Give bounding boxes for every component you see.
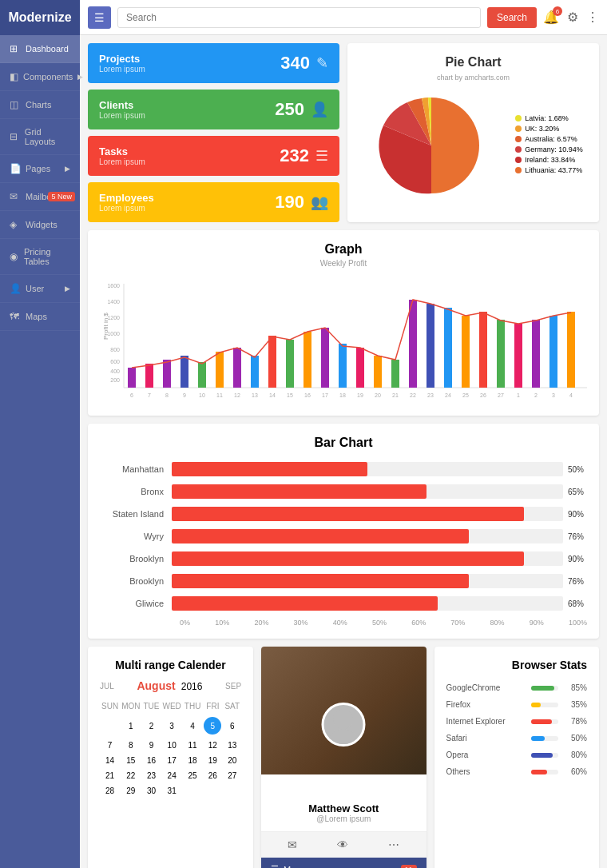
sidebar-item-charts[interactable]: ◫ Charts xyxy=(0,91,80,119)
bar-item-manhattan: Manhattan 50% xyxy=(100,462,587,476)
sidebar-item-pricing-tables[interactable]: ◉ Pricing Tables xyxy=(0,239,80,275)
menu-dots-icon[interactable]: ⋮ xyxy=(586,10,599,25)
cal-day[interactable]: 16 xyxy=(141,753,161,768)
messages-icon: ☰ xyxy=(271,864,279,868)
cal-day[interactable]: 13 xyxy=(223,738,241,753)
cal-day[interactable]: 31 xyxy=(161,783,182,798)
bar-track xyxy=(172,529,563,543)
browser-name: Safari xyxy=(446,734,526,743)
stat-card-tasks: Tasks Lorem ipsum 232 ☰ xyxy=(88,136,339,176)
grid-icon: ⊟ xyxy=(10,131,20,142)
clients-icon: 👤 xyxy=(311,101,328,118)
menu-button[interactable]: ☰ xyxy=(88,6,111,29)
cal-day[interactable]: 19 xyxy=(202,753,223,768)
svg-text:9: 9 xyxy=(183,392,186,398)
profile-action-more[interactable]: ⋯ xyxy=(388,838,399,851)
cal-day[interactable]: 23 xyxy=(141,768,161,783)
sidebar-item-label: Grid Layouts xyxy=(25,127,70,146)
profile-menu-messages[interactable]: ☰ Messages 11 xyxy=(261,858,426,868)
cal-day[interactable]: 4 xyxy=(183,714,203,738)
browser-stats-title: Browser Stats xyxy=(446,659,587,671)
search-button[interactable]: Search xyxy=(487,7,537,28)
browser-bar-track xyxy=(531,686,558,691)
cal-day[interactable]: 20 xyxy=(223,753,241,768)
cal-day[interactable]: 24 xyxy=(161,768,182,783)
browser-item-ie: Internet Explorer 78% xyxy=(446,717,587,726)
sidebar-item-user[interactable]: 👤 User ▶ xyxy=(0,275,80,303)
browser-item-chrome: GoogleChrome 85% xyxy=(446,683,587,692)
sidebar-item-label: Charts xyxy=(26,100,51,109)
settings-icon[interactable]: ⚙ xyxy=(567,10,578,25)
svg-text:23: 23 xyxy=(427,392,434,398)
bar-label: Bronx xyxy=(100,487,172,496)
cal-day[interactable]: 1 xyxy=(120,714,141,738)
cal-day[interactable]: 9 xyxy=(141,738,161,753)
bar-label: Wyry xyxy=(100,532,172,541)
svg-rect-20 xyxy=(286,340,294,388)
sidebar-item-pages[interactable]: 📄 Pages ▶ xyxy=(0,155,80,183)
svg-text:24: 24 xyxy=(445,392,451,398)
sidebar-item-maps[interactable]: 🗺 Maps xyxy=(0,303,80,331)
graph-scroll[interactable]: Profit in $ 1600 1400 1200 1000 800 600 … xyxy=(100,276,587,404)
browser-bar-fill xyxy=(531,736,545,741)
cal-day[interactable]: 22 xyxy=(120,768,141,783)
sidebar-item-components[interactable]: ◧ Components ▶ xyxy=(0,63,80,91)
profile-action-eye[interactable]: 👁 xyxy=(337,838,348,851)
cal-day[interactable]: 3 xyxy=(161,714,182,738)
search-input[interactable] xyxy=(117,7,481,28)
browser-item-firefox: Firefox 35% xyxy=(446,700,587,709)
cal-day[interactable]: 21 xyxy=(100,768,120,783)
cal-day[interactable]: 8 xyxy=(120,738,141,753)
cal-day[interactable]: 12 xyxy=(202,738,223,753)
sidebar-logo: Modernize xyxy=(0,0,80,35)
svg-rect-13 xyxy=(163,360,171,388)
browser-bar-fill xyxy=(531,686,554,691)
cal-day[interactable]: 7 xyxy=(100,738,120,753)
sidebar-item-mailbox[interactable]: ✉ Mailbox 5 New xyxy=(0,183,80,211)
cal-day[interactable]: 30 xyxy=(141,783,161,798)
calendar-prev-button[interactable]: JUL xyxy=(100,682,114,691)
cal-day[interactable]: 11 xyxy=(183,738,203,753)
calendar-title: Multi range Calender xyxy=(100,659,241,671)
bar-label: Staten Island xyxy=(100,509,172,519)
cal-day[interactable] xyxy=(223,783,241,798)
browser-stats-panel: Browser Stats GoogleChrome 85% Firefox 3… xyxy=(434,647,599,868)
cal-day[interactable]: 25 xyxy=(183,768,203,783)
profile-action-email[interactable]: ✉ xyxy=(288,838,297,851)
cal-day[interactable] xyxy=(100,714,120,738)
svg-text:6: 6 xyxy=(130,392,133,398)
today-indicator[interactable]: 5 xyxy=(204,717,221,735)
bar-value: 90% xyxy=(563,510,587,519)
cal-day[interactable]: 10 xyxy=(161,738,182,753)
browser-bar-fill xyxy=(531,703,541,707)
cal-day[interactable]: 28 xyxy=(100,783,120,798)
stat-cards-column: Projects Lorem ipsum 340 ✎ Clients Lorem… xyxy=(88,43,339,222)
graph-svg: Profit in $ 1600 1400 1200 1000 800 600 … xyxy=(100,276,587,404)
svg-text:11: 11 xyxy=(216,392,223,398)
cal-day[interactable]: 5 xyxy=(202,714,223,738)
calendar-next-button[interactable]: SEP xyxy=(225,682,241,691)
sidebar-item-dashboard[interactable]: ⊞ Dashboard xyxy=(0,35,80,63)
sidebar-item-widgets[interactable]: ◈ Widgets xyxy=(0,211,80,239)
sidebar-item-grid-layouts[interactable]: ⊟ Grid Layouts xyxy=(0,119,80,155)
sidebar-item-label: Widgets xyxy=(26,220,58,229)
svg-text:1200: 1200 xyxy=(107,315,120,321)
bar-track xyxy=(172,462,563,476)
cal-day[interactable]: 18 xyxy=(183,753,203,768)
browser-item-others: Others 60% xyxy=(446,767,587,776)
cal-day[interactable]: 2 xyxy=(141,714,161,738)
cal-day[interactable]: 26 xyxy=(202,768,223,783)
cal-day[interactable] xyxy=(183,783,203,798)
cal-day[interactable]: 17 xyxy=(161,753,182,768)
notification-icon[interactable]: 🔔 6 xyxy=(543,10,559,25)
cal-day[interactable]: 15 xyxy=(120,753,141,768)
bar-value: 90% xyxy=(563,555,587,563)
cal-day[interactable]: 27 xyxy=(223,768,241,783)
cal-day[interactable]: 29 xyxy=(120,783,141,798)
cal-day[interactable]: 6 xyxy=(223,714,241,738)
browser-bar-fill xyxy=(531,753,553,758)
sidebar-item-label: Dashboard xyxy=(26,44,69,54)
cal-day[interactable]: 14 xyxy=(100,753,120,768)
svg-text:1400: 1400 xyxy=(107,299,120,305)
cal-day[interactable] xyxy=(202,783,223,798)
